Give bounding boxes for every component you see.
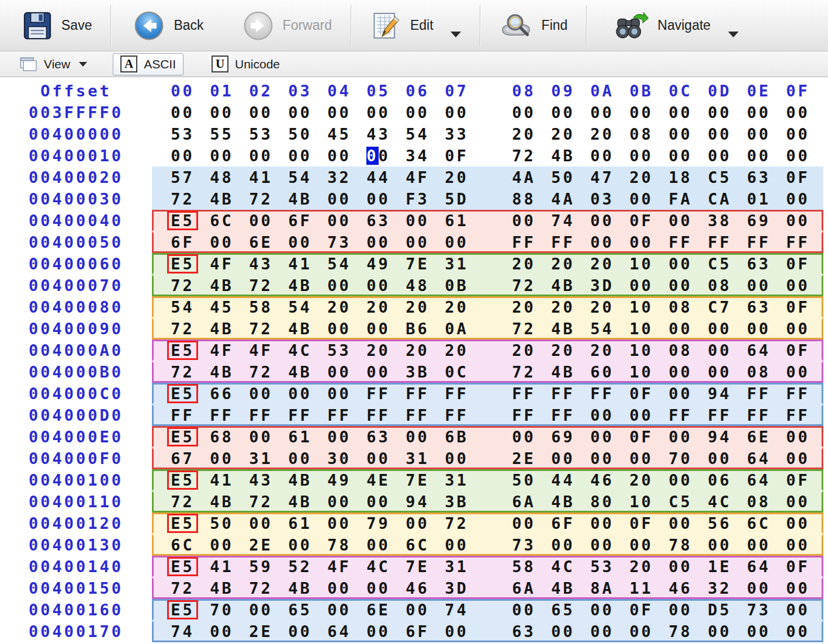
hex-byte[interactable]: 00 [280,536,320,554]
hex-byte[interactable]: 20 [543,298,583,316]
hex-byte[interactable]: 20 [359,341,398,359]
hex-byte[interactable]: 00 [739,579,778,597]
hex-byte[interactable]: 00 [359,493,398,511]
hex-byte[interactable]: 32 [320,168,359,186]
hex-byte[interactable]: 74 [163,622,202,640]
hex-byte[interactable]: 0F [778,298,817,316]
hex-byte[interactable]: 00 [700,320,739,338]
hex-byte[interactable]: 0F [622,212,661,230]
hex-byte[interactable]: E5 [163,341,202,360]
hex-byte[interactable]: 73 [320,233,359,251]
hex-byte[interactable]: 08 [739,363,778,381]
hex-byte[interactable]: 00 [320,493,359,511]
hex-byte[interactable]: 45 [320,125,359,143]
hex-byte[interactable]: 0B [437,276,476,295]
hex-byte[interactable]: 4B [543,363,583,381]
hex-byte[interactable]: 20 [504,298,543,316]
hex-byte[interactable]: 46 [661,579,700,597]
hex-byte[interactable]: 7E [398,471,437,489]
hex-byte[interactable]: D5 [700,601,739,619]
hex-byte[interactable]: 00 [241,212,280,230]
hex-byte[interactable]: 20 [622,558,661,576]
hex-byte[interactable]: 45 [202,298,241,316]
hex-byte[interactable]: 0F [622,428,661,446]
hex-byte[interactable]: 00 [359,233,398,251]
hex-byte[interactable]: 00 [241,103,280,122]
hex-byte[interactable]: 00 [661,212,700,230]
hex-byte[interactable]: 4B [280,471,320,489]
hex-byte[interactable]: FF [700,233,739,251]
hex-byte[interactable]: 00 [280,147,320,165]
hex-byte[interactable]: 66 [202,385,241,403]
hex-byte[interactable]: 20 [583,341,622,359]
hex-byte[interactable]: 00 [359,363,398,381]
hex-byte[interactable]: 4B [543,320,583,338]
hex-byte[interactable]: 70 [661,449,700,468]
hex-byte[interactable]: 00 [661,276,700,295]
hex-byte[interactable]: FF [398,406,437,424]
hex-byte[interactable]: 43 [359,125,398,143]
hex-byte[interactable]: FF [437,385,476,403]
ascii-toggle-button[interactable]: A ASCII [113,53,183,75]
hex-byte[interactable]: 55 [202,125,241,143]
hex-byte[interactable]: FF [398,385,437,403]
hex-byte[interactable]: 00 [320,579,359,597]
hex-byte[interactable]: 20 [504,125,543,143]
hex-byte[interactable]: 00 [778,514,817,532]
hex-byte[interactable]: 00 [700,363,739,381]
hex-byte[interactable]: E5 [163,254,202,273]
hex-byte[interactable]: FF [543,233,583,251]
hex-byte[interactable]: 6B [437,428,476,446]
hex-byte[interactable]: 72 [163,493,202,511]
hex-byte[interactable]: 00 [778,449,817,468]
hex-byte[interactable]: 0F [622,385,661,403]
navigate-dropdown-icon[interactable] [728,32,739,37]
hex-byte[interactable]: 00 [280,449,320,468]
hex-byte[interactable]: 0F [778,341,817,359]
hex-byte[interactable]: 00 [778,536,817,554]
hex-byte[interactable]: 0F [778,558,817,576]
edit-dropdown-icon[interactable] [451,32,461,37]
hex-byte[interactable]: E5 [163,600,202,619]
navigate-button[interactable]: Navigate [604,7,720,44]
hex-byte[interactable]: 6C [398,536,437,554]
hex-byte[interactable]: C5 [661,493,700,511]
hex-byte[interactable]: FF [778,385,817,403]
hex-byte[interactable]: 00 [661,385,700,403]
hex-byte[interactable]: 74 [437,601,476,619]
hex-byte[interactable]: 2E [504,449,543,468]
hex-byte[interactable]: 00 [398,212,437,230]
hex-byte[interactable]: 0F [437,147,476,165]
hex-byte[interactable]: 00 [700,103,739,122]
hex-byte[interactable]: 3D [437,579,476,597]
hex-byte[interactable]: FF [504,385,543,403]
hex-byte[interactable]: 00 [778,147,817,165]
hex-byte[interactable]: 00 [739,147,778,165]
hex-byte[interactable]: 00 [437,622,476,640]
hex-byte[interactable]: FF [739,233,778,251]
hex-byte[interactable]: 54 [280,168,320,186]
hex-byte[interactable]: 72 [163,579,202,597]
hex-byte[interactable]: 00 [398,233,437,251]
hex-byte[interactable]: 72 [241,363,280,381]
hex-byte[interactable]: 4F [202,255,241,273]
hex-byte[interactable]: 54 [280,298,320,316]
hex-byte[interactable]: 4F [398,168,437,186]
hex-byte[interactable]: 78 [661,622,700,640]
hex-byte[interactable]: 00 [700,449,739,468]
hex-byte[interactable]: 58 [504,558,543,576]
hex-byte[interactable]: 00 [700,147,739,165]
hex-byte[interactable]: 60 [583,363,622,381]
hex-byte[interactable]: 00 [661,103,700,122]
hex-byte[interactable]: 00 [778,363,817,381]
hex-byte[interactable]: 00 [359,147,398,165]
hex-byte[interactable]: 08 [739,493,778,511]
hex-byte[interactable]: 00 [661,255,700,273]
hex-byte[interactable]: E5 [163,514,202,533]
hex-byte[interactable]: 4B [202,363,241,381]
hex-byte[interactable]: 6C [202,212,241,230]
hex-byte[interactable]: 6A [504,493,543,511]
hex-byte[interactable]: 00 [622,406,661,424]
hex-byte[interactable]: 20 [504,341,543,359]
hex-byte[interactable]: 00 [359,190,398,208]
